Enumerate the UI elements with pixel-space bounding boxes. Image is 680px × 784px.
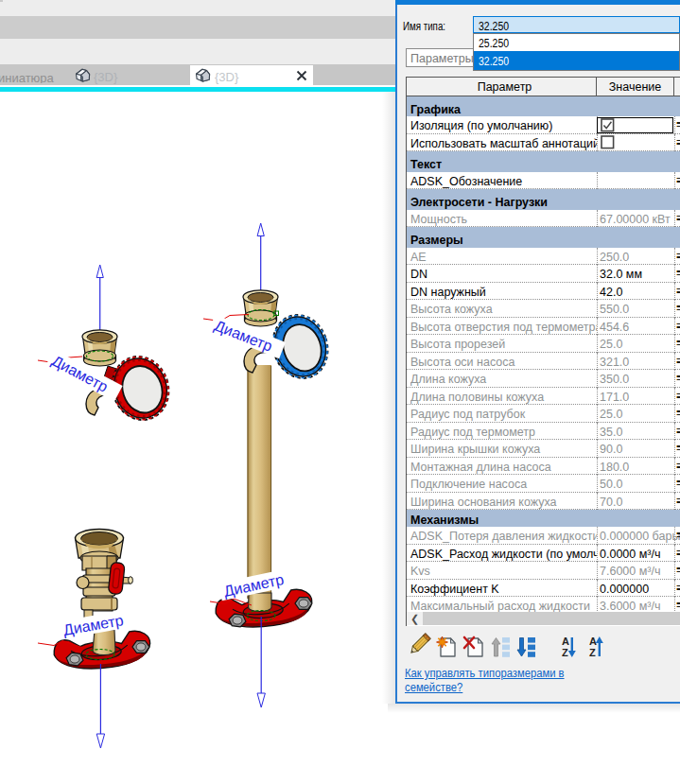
svg-text:Z: Z bbox=[589, 647, 596, 658]
svg-text:А: А bbox=[589, 636, 597, 647]
svg-text:А: А bbox=[562, 636, 569, 647]
svg-text:Z: Z bbox=[562, 647, 568, 658]
